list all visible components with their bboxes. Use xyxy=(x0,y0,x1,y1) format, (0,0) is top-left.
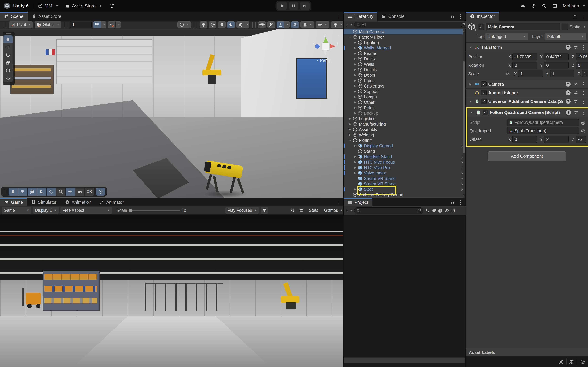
expand-arrow-icon[interactable]: ▶ xyxy=(353,95,358,98)
unlit-toggle[interactable] xyxy=(218,21,226,28)
tab-animator[interactable]: Animator xyxy=(95,198,128,206)
game-panel-menu-icon[interactable]: ⋮ xyxy=(336,199,341,205)
script-object-field[interactable]: # FollowQuadrupedCamera xyxy=(507,119,579,126)
hierarchy-scrollbar[interactable]: ▲ ▼ xyxy=(463,29,465,198)
scale-x-field[interactable]: 1 xyxy=(518,70,543,77)
hierarchy-item-doors[interactable]: ▶Doors xyxy=(344,72,465,78)
expand-arrow-icon[interactable]: ▶ xyxy=(353,63,358,66)
gameobject-name-field[interactable]: Main Camera xyxy=(485,23,560,30)
expand-arrow-icon[interactable]: ▶ xyxy=(353,90,358,93)
step-button[interactable] xyxy=(300,2,310,9)
snap-dropdown[interactable]: ▼ xyxy=(116,21,121,28)
mute-audio-button[interactable] xyxy=(289,207,296,214)
cache-server-disabled-icon[interactable] xyxy=(569,359,574,364)
wireframe-toggle[interactable] xyxy=(200,21,207,28)
pivot-dropdown[interactable]: Pivot▼ xyxy=(9,21,33,28)
hidden-count[interactable]: 29 xyxy=(444,208,455,213)
hierarchy-item-ambient-factory-sound[interactable]: Ambient Factory Sound xyxy=(344,192,465,197)
rect-tool[interactable] xyxy=(3,67,13,75)
expand-arrow-icon[interactable]: ▶ xyxy=(353,57,358,60)
game-gizmos-dropdown[interactable]: Gizmos▼ xyxy=(322,207,345,214)
expand-arrow-icon[interactable]: ▶ xyxy=(353,106,358,109)
scene-effects-button[interactable] xyxy=(277,21,284,28)
tab-inspector[interactable]: Inspector xyxy=(466,12,499,21)
overlay-gem-button[interactable] xyxy=(47,188,56,196)
pause-button[interactable] xyxy=(289,2,298,9)
expand-arrow-icon[interactable]: ▶ xyxy=(348,133,353,136)
hierarchy-item-cabletrays[interactable]: ▶Cabletrays xyxy=(344,83,465,89)
toolbar-drag-handle[interactable] xyxy=(194,22,197,27)
grid-axis-dropdown[interactable]: ▼ xyxy=(101,21,106,28)
grid-axis-button[interactable]: Y xyxy=(93,21,101,28)
transform-header[interactable]: ▼ Transform ? ⋮ xyxy=(466,43,588,51)
collapse-arrow-icon[interactable]: ▼ xyxy=(348,139,353,142)
hierarchy-item-logistics[interactable]: ▶Logistics xyxy=(344,116,465,121)
component-menu-icon[interactable]: ⋮ xyxy=(581,99,586,104)
aspect-dropdown[interactable]: Free Aspect▼ xyxy=(61,207,112,214)
hierarchy-item-exhibit[interactable]: ▼Exhibit xyxy=(344,138,465,143)
x-axis-cone[interactable] xyxy=(330,44,336,49)
axis-gizmo[interactable]: y z x ‹ Persp xyxy=(311,32,340,66)
debug-draw-button[interactable] xyxy=(236,21,244,28)
layer-dropdown[interactable]: Default▼ xyxy=(545,33,586,40)
alert-filter-icon[interactable] xyxy=(438,208,443,213)
follow-quadruped-header[interactable]: ▼ # ✓ Follow Quadruped Camera (Script) ?… xyxy=(467,108,588,117)
hierarchy-item-steam-vr-stand[interactable]: Steam VR Stand› xyxy=(344,181,465,187)
scale-z-field[interactable]: 1 xyxy=(581,70,588,77)
display-dropdown[interactable]: Display 1▼ xyxy=(33,207,59,214)
project-panel-menu-icon[interactable]: ⋮ xyxy=(458,199,463,205)
status-ok-icon[interactable] xyxy=(580,359,585,364)
overlay-compass-button[interactable] xyxy=(96,188,105,196)
help-icon[interactable]: ? xyxy=(566,110,571,115)
project-search-input[interactable] xyxy=(354,208,423,214)
help-icon[interactable]: ? xyxy=(566,90,571,95)
history-icon[interactable] xyxy=(531,4,536,8)
presets-icon[interactable] xyxy=(573,45,578,50)
asset-labels-bar[interactable]: Asset Labels xyxy=(466,348,588,357)
position-x-field[interactable]: -1.70399 xyxy=(512,53,537,60)
rotation-y-field[interactable]: 0 xyxy=(544,62,569,69)
expand-arrow-icon[interactable]: ▶ xyxy=(353,74,358,77)
scene-lighting-toggle[interactable] xyxy=(268,21,275,28)
tab-hierarchy[interactable]: Hierarchy xyxy=(344,12,377,21)
expand-arrow-icon[interactable]: ▶ xyxy=(353,52,358,55)
hierarchy-item-display-curved[interactable]: ▶Display Curved› xyxy=(344,143,465,149)
toolbar-drag-handle[interactable] xyxy=(64,22,67,27)
toolbar-drag-handle[interactable] xyxy=(252,22,256,27)
z-axis-ball[interactable] xyxy=(315,44,320,49)
snap-button[interactable] xyxy=(108,21,115,28)
position-y-field[interactable]: 0.44072 xyxy=(544,53,569,60)
gizmo-center-cube[interactable] xyxy=(322,43,329,50)
hierarchy-item-lighting[interactable]: ▶Lighting xyxy=(344,40,465,45)
persp-label[interactable]: ‹ Persp xyxy=(317,58,331,63)
move-tool[interactable] xyxy=(3,43,13,51)
vsync-button[interactable] xyxy=(298,207,305,214)
hierarchy-item-htc-vive-pro[interactable]: ▶HTC Vive Pro› xyxy=(344,165,465,170)
game-viewport[interactable] xyxy=(0,215,343,367)
urp-enabled-checkbox[interactable]: ✓ xyxy=(481,99,487,104)
tag-dropdown[interactable]: Untagged▼ xyxy=(485,33,528,40)
rotate-tool[interactable] xyxy=(3,51,13,59)
display-mode-dropdown[interactable]: Game▼ xyxy=(2,207,31,214)
layers-dropdown[interactable]: ▼ xyxy=(301,21,314,28)
play-button[interactable] xyxy=(277,2,287,9)
position-z-field[interactable]: -9.06294 xyxy=(576,53,588,60)
expand-arrow-icon[interactable]: ▶ xyxy=(348,128,353,131)
toolbar-drag-handle[interactable] xyxy=(3,22,6,27)
overlay-search-button[interactable] xyxy=(56,188,65,196)
scene-panel-menu-icon[interactable]: ⋮ xyxy=(336,13,341,19)
expand-arrow-icon[interactable]: ▶ xyxy=(353,68,358,71)
active-checkbox[interactable]: ✓ xyxy=(478,24,484,30)
overlay-shape-button[interactable] xyxy=(37,188,46,196)
static-dropdown[interactable]: ▼ xyxy=(583,25,586,28)
grid-size-field[interactable]: 1 xyxy=(70,21,92,28)
camera-header[interactable]: ▶ ✓ Camera ? ⋮ xyxy=(466,80,588,88)
expand-arrow-icon[interactable]: ▶ xyxy=(353,41,358,44)
presets-icon[interactable] xyxy=(573,82,578,86)
hierarchy-item-manufacturing[interactable]: ▶Manufacturing xyxy=(344,121,465,127)
tab-console[interactable]: Console xyxy=(377,12,408,21)
account-menu[interactable]: MM▼ xyxy=(38,3,58,9)
component-menu-icon[interactable]: ⋮ xyxy=(581,90,586,96)
scene-visibility-toggle[interactable] xyxy=(291,21,299,28)
overlay-levels-button[interactable] xyxy=(18,188,27,196)
